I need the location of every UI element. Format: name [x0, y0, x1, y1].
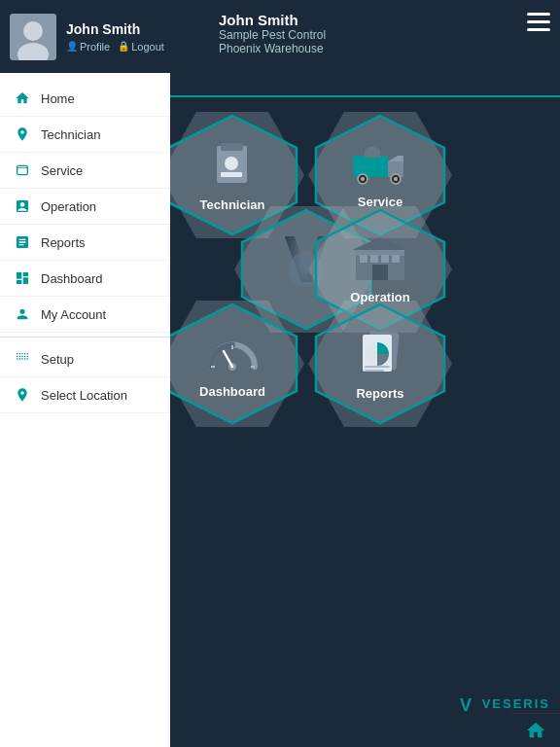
sidebar-item-reports[interactable]: Reports [0, 225, 170, 261]
svg-point-11 [361, 177, 365, 181]
svg-rect-39 [365, 370, 384, 372]
hex-label-operation: Operation [350, 290, 409, 304]
setup-icon [14, 350, 31, 368]
hex-label-reports: Reports [356, 386, 403, 401]
account-icon [14, 305, 31, 323]
svg-rect-15 [365, 152, 380, 158]
sidebar-item-home-label: Home [41, 91, 75, 106]
veseris-logo: V VESERIS [459, 694, 550, 713]
hex-tile-dashboard[interactable]: Dashboard [170, 301, 304, 427]
svg-rect-23 [360, 255, 368, 263]
sidebar-item-home[interactable]: Home [0, 81, 170, 117]
svg-rect-24 [370, 255, 378, 263]
main-user-name: John Smith [219, 12, 544, 28]
sidebar-item-dashboard[interactable]: Dashboard [0, 261, 170, 297]
sidebar-item-service[interactable]: Service [0, 153, 170, 189]
svg-rect-22 [372, 265, 388, 280]
reports-icon [14, 233, 31, 251]
svg-point-1 [23, 21, 43, 41]
dashboard-icon [14, 269, 31, 287]
svg-point-6 [225, 157, 238, 170]
hex-label-technician: Technician [200, 197, 265, 212]
svg-rect-5 [221, 143, 243, 151]
hex-label-service: Service [358, 195, 402, 209]
home-icon [14, 89, 31, 107]
svg-rect-7 [221, 172, 242, 177]
hamburger-line [527, 13, 550, 16]
bottom-home-button[interactable] [511, 713, 560, 747]
nav-menu: Home Technician Service Operation Report… [0, 73, 170, 747]
sidebar-item-operation[interactable]: Operation [0, 189, 170, 225]
operation-icon [14, 197, 31, 215]
veseris-text: VESERIS [482, 696, 550, 711]
sidebar-item-dashboard-label: Dashboard [41, 271, 103, 286]
user-links: 👤 Profile 🔒 Logout [66, 41, 164, 53]
hex-grid: Technician [170, 112, 560, 744]
technician-icon [14, 125, 31, 143]
svg-rect-25 [381, 255, 389, 263]
logout-icon: 🔒 [118, 41, 129, 52]
hamburger-line [527, 28, 550, 31]
sidebar-item-account-label: My Account [41, 307, 106, 322]
logout-link[interactable]: 🔒 Logout [118, 41, 164, 53]
hex-label-dashboard: Dashboard [199, 384, 265, 399]
avatar [10, 14, 56, 60]
top-bar: John Smith Sample Pest Control Phoenix W… [170, 0, 560, 97]
user-name: John Smith [66, 21, 164, 37]
service-icon [14, 161, 31, 179]
svg-text:V: V [460, 695, 472, 713]
sidebar-item-technician[interactable]: Technician [0, 117, 170, 153]
sidebar: John Smith 👤 Profile 🔒 Logout Home [0, 0, 170, 747]
svg-rect-26 [392, 255, 400, 263]
profile-icon: 👤 [66, 41, 78, 52]
user-header: John Smith 👤 Profile 🔒 Logout [0, 0, 170, 73]
sidebar-item-reports-label: Reports [41, 235, 86, 250]
svg-rect-38 [365, 366, 390, 368]
hamburger-button[interactable] [527, 10, 550, 33]
sidebar-item-setup-label: Setup [41, 352, 74, 367]
sidebar-item-setup[interactable]: Setup [0, 341, 170, 377]
sidebar-item-location[interactable]: Select Location [0, 377, 170, 413]
svg-rect-9 [353, 156, 388, 177]
main-content: John Smith Sample Pest Control Phoenix W… [170, 0, 560, 747]
sidebar-item-service-label: Service [41, 163, 83, 178]
nav-separator [0, 337, 170, 338]
profile-link[interactable]: 👤 Profile [66, 41, 110, 53]
sidebar-item-operation-label: Operation [41, 199, 96, 214]
main-company: Sample Pest Control [219, 28, 544, 42]
svg-marker-27 [352, 237, 408, 250]
main-location: Phoenix Warehouse [219, 42, 544, 55]
hamburger-line [527, 20, 550, 23]
sidebar-item-technician-label: Technician [41, 127, 100, 142]
location-icon [14, 386, 31, 404]
svg-line-30 [224, 351, 232, 367]
main-user-info: John Smith Sample Pest Control Phoenix W… [219, 12, 544, 55]
sidebar-item-location-label: Select Location [41, 388, 127, 403]
hex-tile-reports[interactable]: Reports [308, 301, 452, 427]
user-info: John Smith 👤 Profile 🔒 Logout [66, 21, 164, 53]
svg-point-13 [394, 177, 398, 181]
sidebar-item-account[interactable]: My Account [0, 297, 170, 333]
